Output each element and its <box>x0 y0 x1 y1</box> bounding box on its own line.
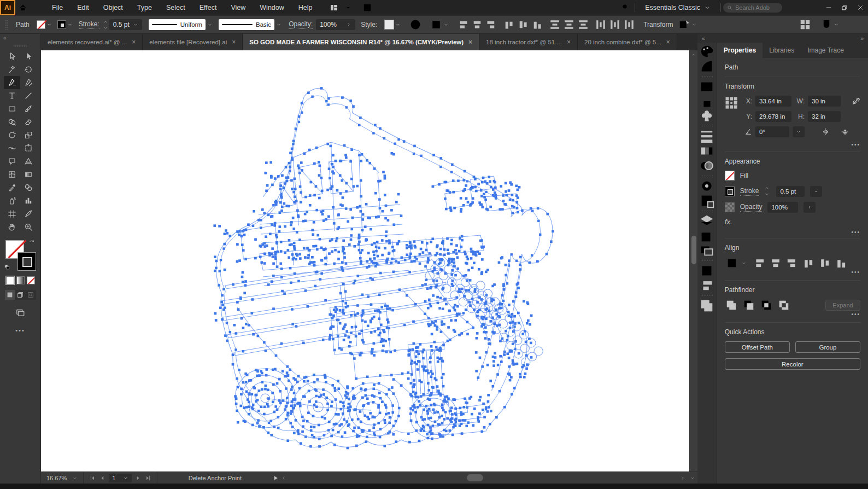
column-graph-tool[interactable] <box>20 194 37 207</box>
paintbrush-tool[interactable] <box>20 102 37 115</box>
artboard-number-field[interactable]: 1 <box>109 474 132 482</box>
document-tab[interactable]: 20 inch combine.dxf* @ 5...× <box>578 34 677 50</box>
knife-tool[interactable] <box>20 207 37 220</box>
graphic-styles-panel-icon[interactable] <box>699 193 715 208</box>
align-middle-icon[interactable] <box>818 257 832 269</box>
width-profile-dropdown[interactable]: Uniform <box>149 19 206 30</box>
document-tab[interactable]: 18 inch tractor.dxf* @ 51....× <box>479 34 578 50</box>
menu-file[interactable]: File <box>45 0 70 15</box>
recolor-button[interactable]: Recolor <box>725 358 860 370</box>
transparency-panel-icon[interactable] <box>699 158 715 173</box>
brushes-panel-icon[interactable] <box>699 94 715 108</box>
eraser-tool[interactable] <box>20 115 37 129</box>
h-field[interactable]: 32 in <box>808 111 841 122</box>
close-tab-icon[interactable]: × <box>132 38 136 46</box>
align-left-icon[interactable] <box>752 257 766 269</box>
rotation-field[interactable]: 0° <box>755 126 789 137</box>
opacity-field[interactable]: 100% <box>767 202 798 213</box>
mesh-tool[interactable] <box>4 168 20 181</box>
chevron-down-icon[interactable] <box>72 475 78 481</box>
snap-options-icon[interactable] <box>820 18 833 31</box>
chevron-down-icon[interactable] <box>443 22 449 27</box>
vertical-scrollbar[interactable] <box>689 50 697 471</box>
distribute-left-icon[interactable] <box>594 18 607 31</box>
bounding-box-icon[interactable] <box>430 18 443 31</box>
pathfinder-minus-front-icon[interactable] <box>742 299 755 311</box>
shaper-tool[interactable] <box>4 155 20 168</box>
align-to-selection-icon[interactable] <box>725 257 739 269</box>
edit-toolbar-dots[interactable]: ••• <box>15 327 25 334</box>
style-swatch[interactable] <box>384 20 394 30</box>
align-middle-icon[interactable] <box>517 18 530 31</box>
perspective-grid-tool[interactable] <box>20 155 37 168</box>
document-tab-active[interactable]: SO GOD MADE A FARMER WISCONSIN R14* @ 16… <box>243 34 479 50</box>
panel-menu-icon[interactable] <box>847 18 860 31</box>
first-artboard-icon[interactable] <box>89 475 96 481</box>
close-tab-icon[interactable]: × <box>232 38 236 46</box>
curvature-tool[interactable] <box>20 76 37 89</box>
none-button[interactable] <box>27 276 35 284</box>
dock-collapse-left[interactable]: « <box>702 36 705 42</box>
scale-tool[interactable] <box>20 129 37 142</box>
asset-export-panel-icon[interactable] <box>699 228 715 243</box>
distribute-bottom-icon[interactable] <box>577 18 590 31</box>
delete-anchor-point-tool[interactable] <box>4 76 20 89</box>
align-more-options[interactable]: ••• <box>851 269 860 275</box>
artboard-canvas[interactable] <box>41 50 697 471</box>
selection-tool[interactable] <box>4 50 20 63</box>
screen-mode-icon[interactable] <box>15 307 25 317</box>
stroke-weight-dropdown[interactable] <box>810 186 822 197</box>
fill-none-swatch[interactable] <box>37 20 45 29</box>
distribute-center-icon[interactable] <box>562 18 576 31</box>
brush-definition-dropdown[interactable]: Basic <box>219 19 274 30</box>
symbol-sprayer-tool[interactable] <box>4 194 20 207</box>
transform-panel-link[interactable]: Transform <box>643 21 673 28</box>
chevron-down-icon[interactable] <box>691 22 697 27</box>
magic-wand-tool[interactable] <box>4 63 20 76</box>
draw-normal-mode[interactable] <box>5 290 15 300</box>
align-top-icon[interactable] <box>502 18 515 31</box>
draw-behind-mode[interactable] <box>15 290 26 300</box>
isolate-icon[interactable] <box>678 18 691 31</box>
next-artboard-icon[interactable] <box>135 475 142 481</box>
distribute-hcenter-icon[interactable] <box>608 18 621 31</box>
align-center-icon[interactable] <box>769 257 783 269</box>
stroke-swatch[interactable] <box>725 187 735 196</box>
vertical-scroll-thumb[interactable] <box>691 236 696 264</box>
zoom-tool[interactable] <box>20 220 37 234</box>
stroke-panel-icon[interactable] <box>699 129 715 143</box>
color-panel-icon[interactable] <box>699 44 715 59</box>
rotate-tool[interactable] <box>4 129 20 142</box>
scroll-left-icon[interactable] <box>279 475 289 481</box>
app-logo[interactable]: Ai <box>0 0 15 15</box>
chevron-down-icon[interactable] <box>67 22 73 27</box>
arrange-documents-icon[interactable] <box>330 3 338 12</box>
flip-horizontal-icon[interactable] <box>821 127 830 136</box>
type-tool[interactable] <box>4 89 20 102</box>
opacity-field[interactable]: 100% <box>316 19 355 30</box>
free-transform-tool[interactable] <box>20 142 37 155</box>
close-tab-icon[interactable]: × <box>468 38 472 46</box>
close-button[interactable] <box>852 0 868 15</box>
rectangle-tool[interactable] <box>4 102 20 115</box>
menu-select[interactable]: Select <box>159 0 192 15</box>
chevron-down-icon[interactable] <box>46 22 52 27</box>
default-fill-stroke-icon[interactable] <box>4 263 11 270</box>
menu-edit[interactable]: Edit <box>70 0 96 15</box>
chevron-down-icon[interactable] <box>741 260 747 266</box>
opacity-label[interactable]: Opacity <box>740 203 763 212</box>
flip-vertical-icon[interactable] <box>841 127 849 136</box>
menu-window[interactable]: Window <box>253 0 291 15</box>
align-right-icon[interactable] <box>785 257 799 269</box>
minimize-button[interactable] <box>820 0 836 15</box>
eyedropper-tool[interactable] <box>4 181 20 194</box>
scroll-up-icon[interactable] <box>691 50 696 59</box>
transform-more-options[interactable]: ••• <box>851 142 860 148</box>
toolbar-collapse[interactable]: « <box>0 34 40 43</box>
direct-selection-tool[interactable] <box>20 50 37 63</box>
chevron-down-icon[interactable] <box>834 22 839 27</box>
share-document-icon[interactable] <box>362 3 372 13</box>
chevron-down-icon[interactable] <box>133 22 138 27</box>
toolbar-drag-handle[interactable] <box>13 44 27 47</box>
line-segment-tool[interactable] <box>20 89 37 102</box>
